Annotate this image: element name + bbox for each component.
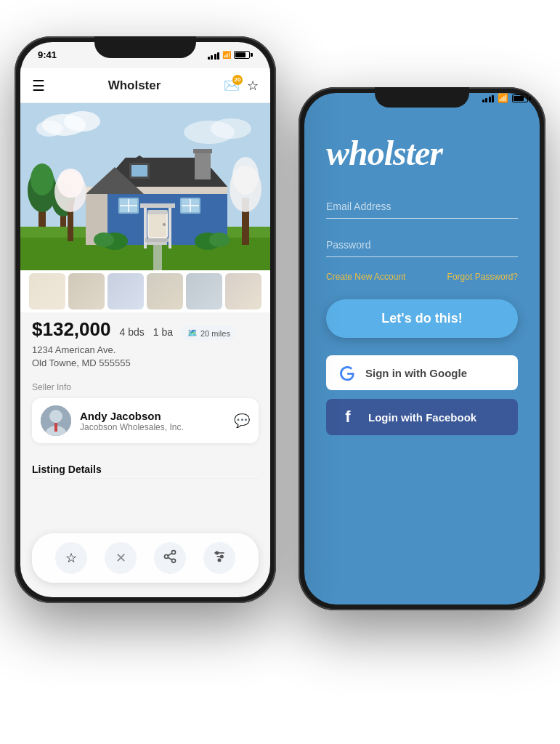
seller-section: Seller Info Andy Jacobson Jacobson Whole… xyxy=(32,382,259,443)
wifi-icon-back: 📶 xyxy=(498,93,508,103)
f-battery-body xyxy=(234,51,250,59)
favorite-icon: ☆ xyxy=(65,550,77,566)
svg-rect-36 xyxy=(195,150,211,179)
facebook-login-button[interactable]: f Login with Facebook xyxy=(326,399,518,435)
svg-rect-41 xyxy=(131,165,147,177)
f-signal-1 xyxy=(208,57,210,60)
favorite-action-button[interactable]: ☆ xyxy=(55,542,87,574)
wifi-icon-front: 📶 xyxy=(222,51,231,59)
google-button-label: Sign in with Google xyxy=(365,367,467,379)
address-line: 1234 American Ave. Old Towne, MD 555555 xyxy=(32,344,259,370)
svg-rect-37 xyxy=(193,149,212,153)
svg-point-67 xyxy=(218,559,220,561)
thumbnail-3[interactable] xyxy=(107,273,144,310)
svg-point-45 xyxy=(209,232,230,247)
battery-body xyxy=(512,94,528,102)
price-line: $132,000 4 bds 1 ba 🗺️ 20 miles xyxy=(32,318,259,341)
close-icon: ✕ xyxy=(115,550,126,566)
svg-point-54 xyxy=(49,410,62,423)
signal-bar-3 xyxy=(489,97,491,102)
signal-bars-back xyxy=(482,94,495,102)
distance-badge: 🗺️ 20 miles xyxy=(182,326,236,341)
svg-rect-28 xyxy=(147,210,168,214)
svg-point-27 xyxy=(163,223,166,226)
signal-bar-2 xyxy=(485,98,487,102)
svg-point-43 xyxy=(94,232,114,247)
app-header: ☰ Wholster ✉️ 20 ☆ xyxy=(20,68,270,103)
svg-point-5 xyxy=(211,118,251,139)
signal-bars-front xyxy=(208,51,220,60)
listing-divider xyxy=(32,478,259,479)
svg-rect-33 xyxy=(147,242,167,245)
front-phone-notch xyxy=(94,36,196,58)
dismiss-action-button[interactable]: ✕ xyxy=(105,542,137,574)
battery-back xyxy=(512,94,531,102)
svg-point-52 xyxy=(57,169,84,198)
forgot-password-link[interactable]: Forgot Password? xyxy=(447,272,518,282)
back-phone-screen: wholster Create New Account Forgot Passw… xyxy=(304,93,540,604)
share-action-button[interactable] xyxy=(154,542,186,574)
status-time: 9:41 xyxy=(38,49,57,60)
seller-avatar xyxy=(41,405,71,436)
notification-badge-count: 20 xyxy=(232,75,243,85)
google-icon xyxy=(338,364,355,381)
back-phone-status-bar: 📶 xyxy=(313,93,531,103)
price-section: $132,000 4 bds 1 ba 🗺️ 20 miles 1234 Ame… xyxy=(32,318,259,370)
seller-card: Andy Jacobson Jacobson Wholesales, Inc. … xyxy=(32,398,259,443)
status-icons: 📶 xyxy=(208,51,253,60)
svg-rect-46 xyxy=(153,245,162,270)
signal-bar-1 xyxy=(482,100,484,102)
share-icon xyxy=(163,549,177,567)
svg-point-8 xyxy=(31,163,54,195)
seller-name: Andy Jacobson xyxy=(80,410,225,422)
battery-tip xyxy=(529,97,531,100)
f-signal-3 xyxy=(214,54,216,60)
menu-icon[interactable]: ☰ xyxy=(32,77,45,94)
f-signal-2 xyxy=(211,55,213,60)
thumbnail-1[interactable] xyxy=(29,273,65,310)
thumbnail-6[interactable] xyxy=(225,273,261,310)
thumbnail-5[interactable] xyxy=(186,273,222,310)
svg-point-59 xyxy=(172,559,176,562)
thumbnail-4[interactable] xyxy=(147,273,183,310)
property-baths: 1 ba xyxy=(153,326,173,338)
notification-icon[interactable]: ✉️ 20 xyxy=(224,78,240,94)
f-battery-tip xyxy=(251,53,253,57)
app-title: Wholster xyxy=(108,78,161,93)
thumbnail-row xyxy=(20,270,270,312)
seller-label: Seller Info xyxy=(32,382,259,392)
favorite-icon-header[interactable]: ☆ xyxy=(247,78,259,94)
address-line1: 1234 American Ave. xyxy=(32,344,115,355)
password-input[interactable] xyxy=(326,233,518,257)
seller-info: Andy Jacobson Jacobson Wholesales, Inc. xyxy=(80,410,225,432)
header-icons: ✉️ 20 ☆ xyxy=(224,78,259,94)
property-beds: 4 bds xyxy=(119,326,144,338)
seller-company: Jacobson Wholesales, Inc. xyxy=(80,422,225,432)
svg-point-66 xyxy=(221,555,223,557)
back-phone: 📶 wholster Create New Account Forgot Pas… xyxy=(299,87,545,610)
filter-icon xyxy=(212,549,227,567)
front-phone: 9:41 📶 ☰ Wholster xyxy=(15,36,276,603)
google-signin-button[interactable]: Sign in with Google xyxy=(326,355,518,390)
signal-bar-4 xyxy=(492,95,494,102)
thumbnail-2[interactable] xyxy=(68,273,105,310)
submit-button[interactable]: Let's do this! xyxy=(326,299,518,338)
email-input-group xyxy=(326,195,518,227)
email-input[interactable] xyxy=(326,195,518,219)
map-icon: 🗺️ xyxy=(187,328,198,338)
chat-icon[interactable]: 💬 xyxy=(234,413,250,429)
action-bar: ☆ ✕ xyxy=(32,533,259,583)
svg-point-3 xyxy=(36,121,62,137)
svg-line-60 xyxy=(168,557,172,559)
svg-point-58 xyxy=(165,554,169,558)
distance-value: 20 miles xyxy=(200,329,230,338)
svg-point-49 xyxy=(232,157,259,195)
login-content: wholster Create New Account Forgot Passw… xyxy=(304,93,540,604)
f-battery-fill xyxy=(235,52,245,57)
create-account-link[interactable]: Create New Account xyxy=(326,272,405,282)
svg-rect-32 xyxy=(145,238,169,242)
svg-point-2 xyxy=(64,111,100,132)
login-links-row: Create New Account Forgot Password? xyxy=(326,272,518,282)
filter-action-button[interactable] xyxy=(203,542,235,574)
property-image xyxy=(20,103,270,270)
